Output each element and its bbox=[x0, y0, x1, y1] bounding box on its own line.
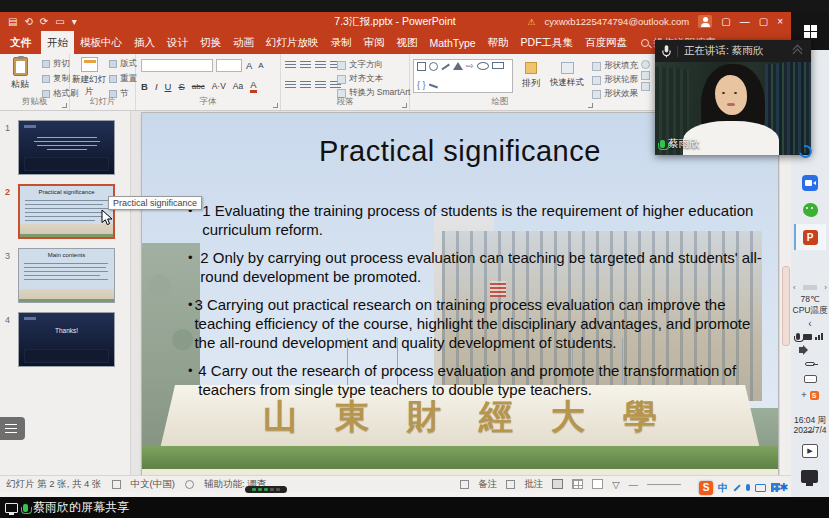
font-name-combobox[interactable] bbox=[141, 59, 213, 72]
slide-thumbnail-4[interactable]: Thanks! bbox=[18, 312, 115, 367]
taskbar-meeting-app[interactable] bbox=[794, 170, 826, 196]
tab-file[interactable]: 文件 bbox=[0, 31, 41, 54]
paste-button[interactable]: 粘贴 bbox=[0, 57, 40, 91]
tab-transitions[interactable]: 切换 bbox=[194, 31, 227, 54]
scroll-left-icon[interactable]: ‹ bbox=[793, 283, 796, 292]
scrollbar-thumb[interactable] bbox=[782, 266, 790, 346]
shape-effects-button[interactable]: 形状效果 bbox=[592, 88, 638, 100]
numbering-icon[interactable] bbox=[300, 60, 311, 69]
decrease-indent-icon[interactable] bbox=[315, 60, 326, 69]
tab-help[interactable]: 帮助 bbox=[482, 31, 515, 54]
clear-format-icon[interactable]: abc bbox=[192, 82, 205, 91]
shape-circle-icon[interactable] bbox=[429, 62, 438, 71]
align-center-icon[interactable] bbox=[300, 80, 311, 89]
normal-view-button[interactable] bbox=[552, 479, 563, 489]
notes-button[interactable]: 备注 bbox=[478, 478, 497, 491]
shape-triangle-icon[interactable] bbox=[453, 62, 463, 70]
tab-mathtype[interactable]: MathType bbox=[424, 31, 482, 54]
account-email[interactable]: cyxwxb1225474794@outlook.com bbox=[544, 16, 689, 27]
decrease-font-icon[interactable]: A bbox=[258, 61, 263, 70]
shape-curve-icon[interactable] bbox=[429, 84, 438, 88]
close-button[interactable]: × bbox=[777, 16, 783, 27]
start-slideshow-icon[interactable]: ▭ bbox=[55, 17, 64, 27]
shape-brace-icon[interactable]: { } bbox=[417, 81, 426, 90]
align-right-icon[interactable] bbox=[315, 80, 326, 89]
meeting-sidebar-toggle[interactable] bbox=[0, 417, 25, 440]
redo-icon[interactable]: ⟳ bbox=[40, 17, 48, 27]
tab-animations[interactable]: 动画 bbox=[227, 31, 260, 54]
taskbar-wechat-app[interactable] bbox=[794, 197, 826, 223]
tab-slideshow[interactable]: 幻灯片放映 bbox=[260, 31, 325, 54]
shape-line-icon[interactable] bbox=[441, 64, 449, 70]
select-icon[interactable] bbox=[641, 82, 650, 91]
tab-review[interactable]: 审阅 bbox=[358, 31, 391, 54]
tray-speaker-icon[interactable] bbox=[799, 347, 804, 353]
tab-view[interactable]: 视图 bbox=[391, 31, 424, 54]
minimize-button[interactable]: — bbox=[740, 16, 750, 27]
shape-square-icon[interactable] bbox=[417, 62, 426, 71]
font-size-combobox[interactable] bbox=[216, 59, 242, 72]
shape-arrow-icon[interactable]: ⇨ bbox=[466, 62, 474, 71]
reading-view-button[interactable] bbox=[592, 479, 603, 489]
shape-outline-button[interactable]: 形状轮廓 bbox=[592, 74, 638, 86]
tray-ime-icon[interactable]: ··· bbox=[804, 375, 817, 383]
bold-button[interactable]: B bbox=[141, 81, 148, 92]
replace-icon[interactable] bbox=[641, 71, 650, 80]
shapes-gallery[interactable]: ⇨ { } bbox=[413, 59, 513, 93]
shape-fill-button[interactable]: 形状填充 bbox=[592, 60, 638, 72]
find-icon[interactable] bbox=[641, 60, 650, 69]
text-direction-button[interactable]: 文字方向 bbox=[337, 59, 410, 71]
meeting-minibar[interactable] bbox=[245, 486, 287, 493]
underline-button[interactable]: U bbox=[165, 81, 172, 92]
zoom-slider[interactable] bbox=[647, 484, 681, 485]
tab-baidu-netdisk[interactable]: 百度网盘 bbox=[579, 31, 633, 54]
change-case-icon[interactable]: Aa bbox=[233, 81, 243, 91]
tray-key-icon[interactable] bbox=[805, 362, 815, 366]
toolbox-icon[interactable] bbox=[771, 483, 780, 492]
webcam-video[interactable]: 蔡雨欣 bbox=[655, 62, 811, 155]
slide-canvas[interactable]: 山東財經大學 Practical significance •1 Evaluat… bbox=[142, 113, 778, 477]
layout-button[interactable]: 版式 bbox=[109, 58, 137, 70]
align-text-button[interactable]: 对齐文本 bbox=[337, 73, 410, 85]
reset-button[interactable]: 重置 bbox=[109, 73, 137, 85]
collapse-panel-icon[interactable] bbox=[794, 46, 804, 56]
tab-template-center[interactable]: 模板中心 bbox=[74, 31, 128, 54]
handwriting-icon[interactable] bbox=[734, 484, 741, 491]
slide-thumbnail-1[interactable] bbox=[18, 120, 115, 175]
font-dialog-launcher[interactable] bbox=[273, 103, 278, 108]
font-color-button[interactable]: A bbox=[250, 79, 256, 93]
qat-dropdown-icon[interactable]: ▾ bbox=[72, 17, 77, 27]
display-settings-icon[interactable] bbox=[112, 480, 121, 489]
slide-thumbnail-3[interactable]: Main contents bbox=[18, 248, 115, 303]
vertical-scrollbar[interactable] bbox=[779, 111, 791, 492]
shape-rect-icon[interactable] bbox=[492, 62, 504, 69]
soft-keyboard-icon[interactable] bbox=[755, 484, 766, 492]
paragraph-dialog-launcher[interactable] bbox=[402, 103, 407, 108]
chinese-mode-icon[interactable]: 中 bbox=[718, 481, 728, 495]
language-indicator[interactable]: 中文(中国) bbox=[131, 478, 175, 491]
media-play-tray-icon[interactable]: ▶ bbox=[802, 444, 818, 458]
taskbar-mini-scroll[interactable]: ‹ › bbox=[791, 283, 829, 292]
tab-design[interactable]: 设计 bbox=[161, 31, 194, 54]
comments-button[interactable]: 批注 bbox=[524, 478, 543, 491]
tray-camera-icon[interactable] bbox=[803, 334, 812, 340]
new-slide-button[interactable]: 新建幻灯片 bbox=[71, 57, 107, 98]
scroll-right-icon[interactable]: › bbox=[824, 283, 827, 292]
slide-sorter-view-button[interactable] bbox=[572, 479, 583, 489]
tab-pdf-tools[interactable]: PDF工具集 bbox=[515, 31, 580, 54]
zoom-out-button[interactable]: — bbox=[629, 479, 639, 490]
clock-date[interactable]: 2022/7/4 bbox=[791, 425, 829, 435]
drawing-dialog-launcher[interactable] bbox=[588, 103, 593, 108]
undo-icon[interactable]: ⟲ bbox=[24, 17, 32, 27]
webcam-panel[interactable]: 正在讲话: 蔡雨欣 蔡雨欣 bbox=[655, 40, 811, 155]
ribbon-display-options-button[interactable]: ▢ bbox=[721, 16, 730, 27]
align-left-icon[interactable] bbox=[285, 80, 296, 89]
tray-sogou-icon[interactable]: S bbox=[810, 391, 819, 400]
mini-scroll-thumb[interactable] bbox=[803, 285, 817, 290]
italic-button[interactable]: I bbox=[155, 81, 158, 92]
increase-font-icon[interactable]: A bbox=[246, 60, 252, 71]
tab-home[interactable]: 开始 bbox=[41, 31, 74, 54]
tab-record[interactable]: 录制 bbox=[325, 31, 358, 54]
display-tray-icon[interactable] bbox=[801, 470, 818, 483]
arrange-button[interactable]: 排列 bbox=[518, 62, 544, 90]
